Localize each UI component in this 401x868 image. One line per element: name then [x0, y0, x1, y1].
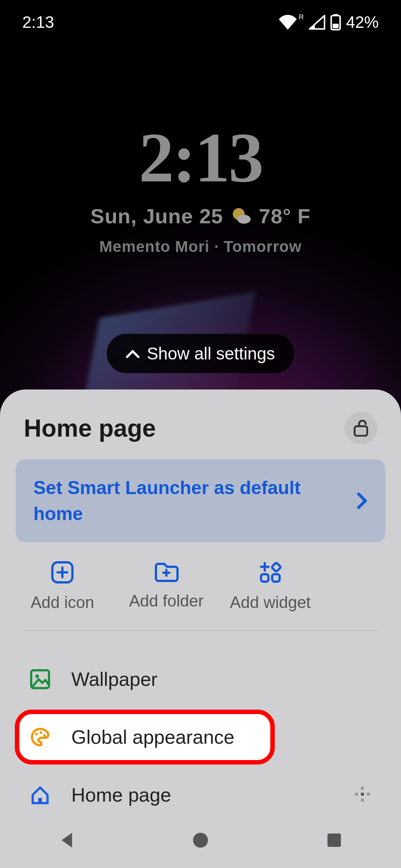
svg-rect-8 — [272, 574, 280, 582]
calendar-event-line: Memento Mori · Tomorrow — [100, 238, 302, 256]
home-clock-widget: 2:13 Sun, June 25 78° F Memento Mori · T… — [0, 122, 401, 256]
svg-rect-9 — [271, 562, 281, 572]
add-widget-button[interactable]: Add widget — [226, 561, 315, 612]
divider — [24, 630, 377, 631]
home-icon — [30, 785, 50, 805]
add-widget-label: Add widget — [230, 592, 311, 612]
svg-rect-19 — [355, 793, 358, 796]
nav-back-button[interactable] — [56, 829, 78, 851]
nav-home-icon — [191, 831, 210, 850]
battery-percentage: 42% — [346, 13, 379, 32]
lock-toggle-button[interactable] — [345, 412, 377, 444]
unlock-icon — [353, 420, 369, 437]
quick-actions-row: Add icon Add folder Add widget — [0, 542, 401, 627]
chevron-right-icon — [356, 493, 368, 509]
status-bar: 2:13 R 42% — [0, 0, 401, 45]
svg-rect-15 — [38, 798, 42, 803]
android-nav-bar — [0, 812, 401, 868]
weather-partly-cloudy-icon — [231, 206, 251, 227]
sheet-title: Home page — [24, 414, 156, 442]
roaming-badge: R — [299, 13, 304, 21]
svg-point-12 — [35, 733, 38, 735]
chevron-up-icon — [126, 349, 139, 358]
svg-point-21 — [193, 833, 208, 848]
svg-rect-22 — [327, 834, 341, 847]
palette-icon — [30, 727, 50, 747]
svg-rect-17 — [361, 793, 364, 796]
cell-signal-icon — [309, 15, 325, 30]
show-all-settings-button[interactable]: Show all settings — [107, 334, 294, 373]
date-text: Sun, June 25 — [91, 204, 223, 228]
svg-point-13 — [39, 731, 42, 734]
global-appearance-label: Global appearance — [71, 726, 234, 748]
svg-rect-16 — [361, 787, 364, 790]
image-icon — [30, 669, 50, 690]
svg-point-14 — [43, 734, 46, 737]
svg-point-11 — [35, 674, 39, 678]
add-folder-label: Add folder — [129, 591, 204, 611]
wifi-icon — [279, 15, 297, 30]
add-folder-icon — [154, 561, 179, 582]
drag-icon — [353, 785, 371, 803]
add-icon-label: Add icon — [30, 592, 94, 612]
add-icon-box-icon — [51, 561, 74, 584]
set-default-label: Set Smart Launcher as default home — [33, 475, 316, 527]
nav-recents-button[interactable] — [323, 829, 345, 851]
nav-back-icon — [57, 831, 76, 850]
list-item-wallpaper[interactable]: Wallpaper — [15, 649, 386, 710]
home-page-label: Home page — [71, 784, 171, 806]
status-time: 2:13 — [22, 13, 54, 32]
nav-home-button[interactable] — [189, 829, 212, 851]
settings-sheet: Home page Set Smart Launcher as default … — [0, 389, 401, 868]
add-widget-icon — [259, 561, 282, 584]
list-item-global-appearance[interactable]: Global appearance — [15, 710, 275, 765]
svg-rect-5 — [355, 426, 367, 436]
svg-rect-18 — [361, 799, 364, 802]
status-right-cluster: R 42% — [279, 13, 379, 32]
drag-handle[interactable] — [353, 785, 371, 805]
svg-rect-20 — [367, 793, 370, 796]
temperature-text: 78° F — [259, 204, 310, 228]
show-all-label: Show all settings — [147, 343, 275, 364]
svg-rect-2 — [333, 24, 339, 28]
add-folder-button[interactable]: Add folder — [122, 561, 211, 612]
svg-rect-1 — [333, 14, 338, 16]
set-default-launcher-banner[interactable]: Set Smart Launcher as default home — [16, 459, 385, 542]
wallpaper-label: Wallpaper — [71, 668, 157, 690]
add-icon-button[interactable]: Add icon — [18, 561, 107, 612]
svg-rect-7 — [261, 574, 268, 582]
svg-point-4 — [237, 215, 251, 224]
nav-recents-icon — [325, 831, 343, 849]
date-weather-line: Sun, June 25 78° F — [91, 204, 311, 228]
settings-list: Wallpaper Global appearance Home page — [0, 649, 401, 825]
sheet-header: Home page — [0, 412, 401, 459]
clock-big-time: 2:13 — [139, 122, 262, 193]
battery-icon — [330, 14, 341, 30]
